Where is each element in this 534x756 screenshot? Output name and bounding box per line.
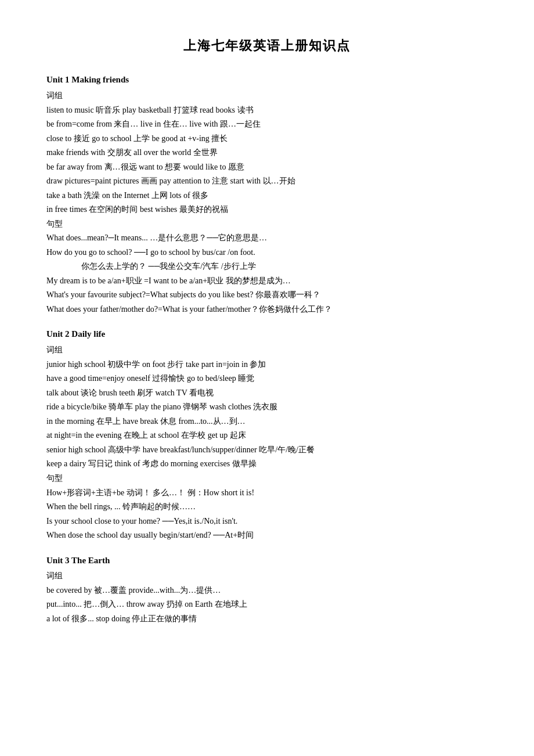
content-line-u3-s1-l3: a lot of 很多... stop doing 停止正在做的事情 (46, 612, 488, 627)
content-line-u2-s2-l4: When dose the school day usually begin/s… (46, 528, 488, 543)
content-line-u1-s2-l4: My dream is to be a/an+职业 =I want to be … (46, 274, 488, 289)
content-area: Unit 1 Making friends词组listen to music 听… (46, 73, 488, 626)
content-line-u1-s1-l1: listen to music 听音乐 play basketball 打篮球 … (46, 103, 488, 118)
unit-block-3: Unit 3 The Earth词组be covered by 被…覆盖 pro… (46, 553, 488, 627)
section-label-u2-s2: 句型 (46, 471, 488, 485)
section-label-u1-s1: 词组 (46, 89, 488, 103)
content-line-u1-s2-l1: What does...mean?─It means... …是什么意思？──它… (46, 231, 488, 246)
section-label-u2-s1: 词组 (46, 343, 488, 357)
content-line-u2-s1-l8: keep a dairy 写日记 think of 考虑 do morning … (46, 457, 488, 471)
content-line-u2-s2-l3: Is your school close to your home? ──Yes… (46, 514, 488, 529)
content-line-u1-s1-l2: be from=come from 来自… live in 住在… live w… (46, 117, 488, 132)
page-title: 上海七年级英语上册知识点 (46, 35, 488, 56)
content-line-u2-s1-l7: senior high school 高级中学 have breakfast/l… (46, 443, 488, 458)
content-line-u1-s1-l7: take a bath 洗澡 on the Internet 上网 lots o… (46, 189, 488, 203)
content-line-u1-s1-l5: be far away from 离…很远 want to 想要 would l… (46, 160, 488, 175)
content-line-u1-s2-l6: What does your father/mother do?=What is… (46, 303, 488, 317)
unit-block-2: Unit 2 Daily life词组junior high school 初级… (46, 327, 488, 542)
content-line-u1-s2-l2: How do you go to school? ──I go to schoo… (46, 246, 488, 260)
content-line-u2-s1-l2: have a good time=enjoy oneself 过得愉快 go t… (46, 372, 488, 386)
content-line-u3-s1-l1: be covered by 被…覆盖 provide...with...为…提供… (46, 584, 488, 598)
content-line-u1-s2-l3: 你怎么去上学的？ ──我坐公交车/汽车 /步行上学 (46, 260, 488, 274)
content-line-u2-s2-l1: How+形容词+主语+be 动词！ 多么…！ 例：How short it is… (46, 486, 488, 501)
section-label-u3-s1: 词组 (46, 569, 488, 583)
content-line-u2-s1-l5: in the morning 在早上 have break 休息 from...… (46, 415, 488, 429)
content-line-u1-s1-l8: in free times 在空闲的时间 best wishes 最美好的祝福 (46, 203, 488, 217)
section-label-u1-s2: 句型 (46, 217, 488, 231)
content-line-u1-s1-l6: draw pictures=paint pictures 画画 pay atte… (46, 174, 488, 189)
content-line-u2-s1-l6: at night=in the evening 在晚上 at school 在学… (46, 429, 488, 443)
content-line-u1-s2-l5: What's your favourite subject?=What subj… (46, 288, 488, 303)
content-line-u3-s1-l2: put...into... 把…倒入… throw away 扔掉 on Ear… (46, 597, 488, 612)
content-line-u2-s1-l3: talk about 谈论 brush teeth 刷牙 watch TV 看电… (46, 386, 488, 401)
content-line-u1-s1-l4: make friends with 交朋友 all over the world… (46, 146, 488, 160)
content-line-u2-s1-l4: ride a bicycle/bike 骑单车 play the piano 弹… (46, 400, 488, 415)
unit-heading-2: Unit 2 Daily life (46, 327, 488, 342)
unit-heading-1: Unit 1 Making friends (46, 73, 488, 88)
unit-heading-3: Unit 3 The Earth (46, 553, 488, 568)
unit-block-1: Unit 1 Making friends词组listen to music 听… (46, 73, 488, 316)
content-line-u2-s2-l2: When the bell rings, ... 铃声响起的时候…… (46, 500, 488, 514)
content-line-u2-s1-l1: junior high school 初级中学 on foot 步行 take … (46, 358, 488, 372)
content-line-u1-s1-l3: close to 接近 go to school 上学 be good at +… (46, 132, 488, 146)
